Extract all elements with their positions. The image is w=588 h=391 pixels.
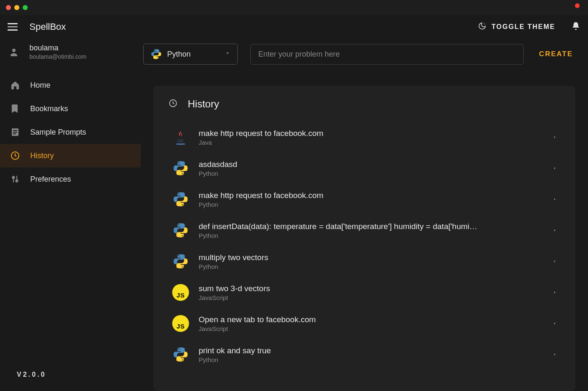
python-icon [150, 48, 162, 60]
svg-point-7 [13, 177, 15, 179]
svg-rect-2 [13, 130, 17, 131]
history-item[interactable]: def insertData(data): temperature = data… [168, 215, 560, 246]
chevron-right-icon [553, 320, 557, 327]
chevron-right-icon [553, 289, 557, 296]
chevron-right-icon [553, 133, 557, 141]
history-item-language: Python [199, 201, 543, 208]
home-icon [9, 80, 21, 90]
create-button[interactable]: CREATE [536, 50, 575, 58]
sidebar-item-home[interactable]: Home [0, 73, 141, 97]
prompt-input[interactable] [250, 44, 524, 65]
svg-point-0 [12, 49, 16, 52]
history-item[interactable]: JSsum two 3-d vectorsJavaScript [168, 277, 560, 308]
history-item-language: JavaScript [199, 294, 543, 301]
history-item-title: make http request to facebook.com [199, 191, 543, 200]
panel-header: History [168, 98, 560, 110]
main-area: Python CREATE History make http request … [141, 39, 588, 391]
sliders-icon [9, 174, 21, 184]
sidebar-item-label: Home [30, 81, 50, 90]
history-item-language: Python [199, 263, 543, 270]
history-item-title: print ok and say true [199, 346, 543, 355]
history-item-language: JavaScript [199, 325, 543, 332]
chevron-right-icon [553, 351, 557, 358]
close-window-button[interactable] [6, 5, 11, 10]
history-item[interactable]: JSOpen a new tab to facebook.comJavaScri… [168, 308, 560, 339]
python-icon [172, 253, 189, 270]
history-item[interactable]: make http request to facebook.comJava [168, 122, 560, 153]
sidebar-item-label: History [30, 151, 54, 160]
user-profile[interactable]: boulama boulama@otimbi.com [0, 39, 141, 68]
sidebar-item-label: Bookmarks [30, 104, 68, 113]
app-header: SpellBox TOGGLE THEME [0, 15, 588, 39]
minimize-window-button[interactable] [14, 5, 19, 10]
chevron-right-icon [553, 227, 557, 234]
javascript-icon: JS [172, 284, 189, 301]
history-item-title: asdasdasd [199, 160, 543, 169]
toolbar: Python CREATE [141, 39, 588, 70]
history-item-language: Python [199, 170, 543, 177]
history-item[interactable]: multiply two vectorsPython [168, 246, 560, 277]
history-item-title: def insertData(data): temperature = data… [199, 222, 543, 231]
history-icon [9, 151, 21, 161]
notifications-button[interactable] [571, 21, 580, 32]
chevron-right-icon [553, 164, 557, 172]
python-icon [172, 190, 189, 208]
app-title: SpellBox [29, 21, 66, 32]
toggle-theme-button[interactable]: TOGGLE THEME [478, 22, 555, 32]
user-icon [8, 47, 20, 57]
sidebar: boulama boulama@otimbi.com Home Bookmark… [0, 39, 141, 391]
history-item-title: Open a new tab to facebook.com [199, 315, 543, 324]
chevron-right-icon [553, 258, 557, 265]
language-select[interactable]: Python [143, 44, 238, 65]
sidebar-item-preferences[interactable]: Preferences [0, 167, 141, 191]
history-panel: History make http request to facebook.co… [153, 86, 575, 391]
svg-rect-4 [13, 133, 16, 134]
language-select-label: Python [167, 50, 220, 59]
nav: Home Bookmarks Sample Prompts History [0, 68, 141, 191]
history-list: make http request to facebook.comJavaasd… [168, 122, 560, 370]
toggle-theme-label: TOGGLE THEME [491, 23, 555, 31]
notification-indicator [575, 3, 580, 8]
history-item-title: sum two 3-d vectors [199, 284, 543, 293]
python-icon [172, 222, 189, 239]
user-email: boulama@otimbi.com [29, 53, 87, 60]
bookmark-icon [9, 104, 21, 114]
titlebar [0, 0, 588, 15]
sidebar-item-label: Preferences [30, 175, 71, 184]
javascript-icon: JS [172, 315, 189, 332]
sidebar-item-bookmarks[interactable]: Bookmarks [0, 97, 141, 120]
bell-icon [571, 25, 580, 32]
history-item[interactable]: asdasdasdPython [168, 153, 560, 184]
panel-title: History [188, 98, 219, 110]
content: History make http request to facebook.co… [141, 70, 588, 391]
history-item-title: make http request to facebook.com [199, 129, 543, 138]
user-name: boulama [29, 44, 87, 52]
java-icon [172, 128, 189, 146]
history-item[interactable]: make http request to facebook.comPython [168, 184, 560, 215]
svg-point-9 [16, 180, 18, 182]
sidebar-item-history[interactable]: History [0, 144, 141, 167]
version-label: V2.0.0 [0, 358, 141, 391]
moon-icon [478, 22, 486, 32]
svg-rect-3 [13, 132, 17, 133]
chevron-down-icon [225, 50, 231, 58]
sidebar-item-sample-prompts[interactable]: Sample Prompts [0, 120, 141, 144]
python-icon [172, 159, 189, 177]
window-controls [6, 5, 28, 10]
sidebar-item-label: Sample Prompts [30, 128, 86, 137]
history-item-language: Java [199, 139, 543, 146]
chevron-right-icon [553, 196, 557, 203]
python-icon [172, 346, 189, 363]
history-item-title: multiply two vectors [199, 253, 543, 262]
svg-point-11 [176, 143, 185, 145]
history-item-language: Python [199, 356, 543, 363]
history-item-language: Python [199, 232, 543, 239]
menu-button[interactable] [8, 23, 18, 31]
history-item[interactable]: print ok and say truePython [168, 339, 560, 370]
history-icon [168, 99, 178, 109]
document-icon [9, 127, 21, 137]
maximize-window-button[interactable] [23, 5, 28, 10]
